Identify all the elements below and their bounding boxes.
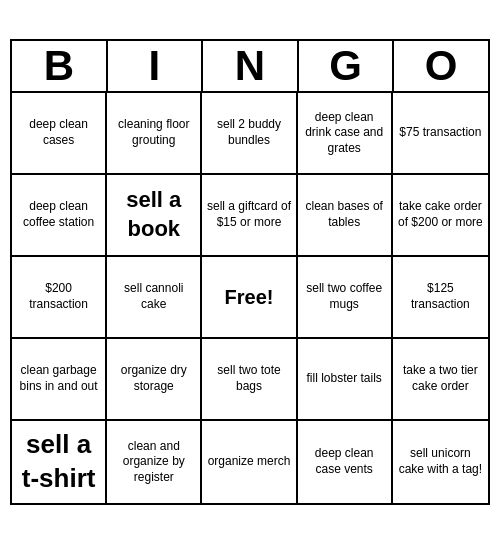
bingo-cell-11: sell cannoli cake (107, 257, 202, 339)
bingo-cell-23: deep clean case vents (298, 421, 393, 503)
bingo-cell-2: sell 2 buddy bundles (202, 93, 297, 175)
bingo-cell-4: $75 transaction (393, 93, 488, 175)
bingo-cell-5: deep clean coffee station (12, 175, 107, 257)
bingo-header: BINGO (12, 41, 488, 93)
header-letter-b: B (12, 41, 108, 93)
bingo-card: BINGO deep clean casescleaning floor gro… (10, 39, 490, 505)
bingo-cell-9: take cake order of $200 or more (393, 175, 488, 257)
bingo-cell-13: sell two coffee mugs (298, 257, 393, 339)
bingo-cell-6: sell a book (107, 175, 202, 257)
header-letter-i: I (108, 41, 204, 93)
bingo-cell-16: organize dry storage (107, 339, 202, 421)
bingo-cell-21: clean and organize by register (107, 421, 202, 503)
bingo-cell-1: cleaning floor grouting (107, 93, 202, 175)
bingo-cell-14: $125 transaction (393, 257, 488, 339)
bingo-cell-18: fill lobster tails (298, 339, 393, 421)
bingo-cell-22: organize merch (202, 421, 297, 503)
bingo-cell-12: Free! (202, 257, 297, 339)
bingo-cell-7: sell a giftcard of $15 or more (202, 175, 297, 257)
bingo-cell-8: clean bases of tables (298, 175, 393, 257)
bingo-cell-17: sell two tote bags (202, 339, 297, 421)
bingo-cell-19: take a two tier cake order (393, 339, 488, 421)
header-letter-n: N (203, 41, 299, 93)
bingo-grid: deep clean casescleaning floor groutings… (12, 93, 488, 503)
bingo-cell-0: deep clean cases (12, 93, 107, 175)
bingo-cell-24: sell unicorn cake with a tag! (393, 421, 488, 503)
bingo-cell-10: $200 transaction (12, 257, 107, 339)
bingo-cell-20: sell a t-shirt (12, 421, 107, 503)
bingo-cell-3: deep clean drink case and grates (298, 93, 393, 175)
header-letter-g: G (299, 41, 395, 93)
header-letter-o: O (394, 41, 488, 93)
bingo-cell-15: clean garbage bins in and out (12, 339, 107, 421)
